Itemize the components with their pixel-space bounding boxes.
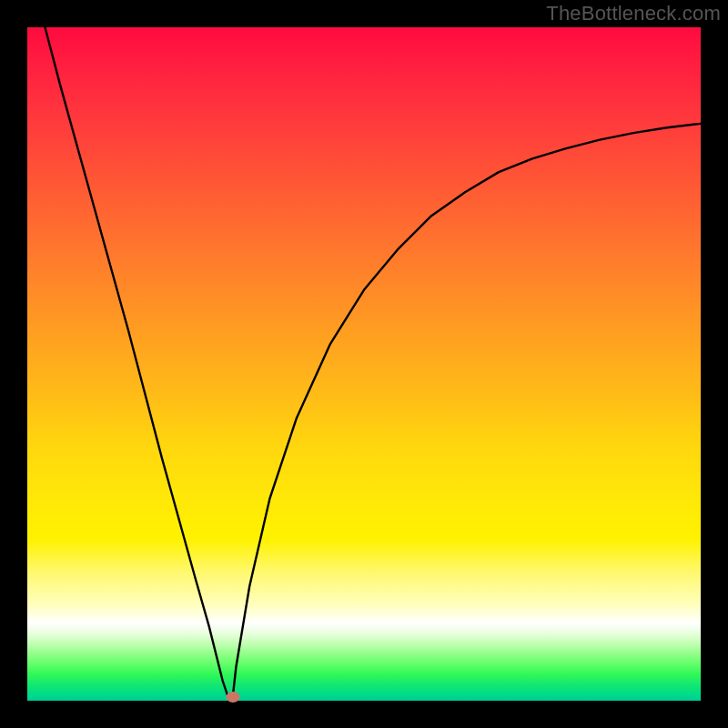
watermark-text: TheBottleneck.com [546, 2, 721, 25]
optimal-point-marker [226, 692, 239, 703]
bottleneck-curve [27, 27, 701, 701]
chart-plot-area [27, 27, 701, 701]
